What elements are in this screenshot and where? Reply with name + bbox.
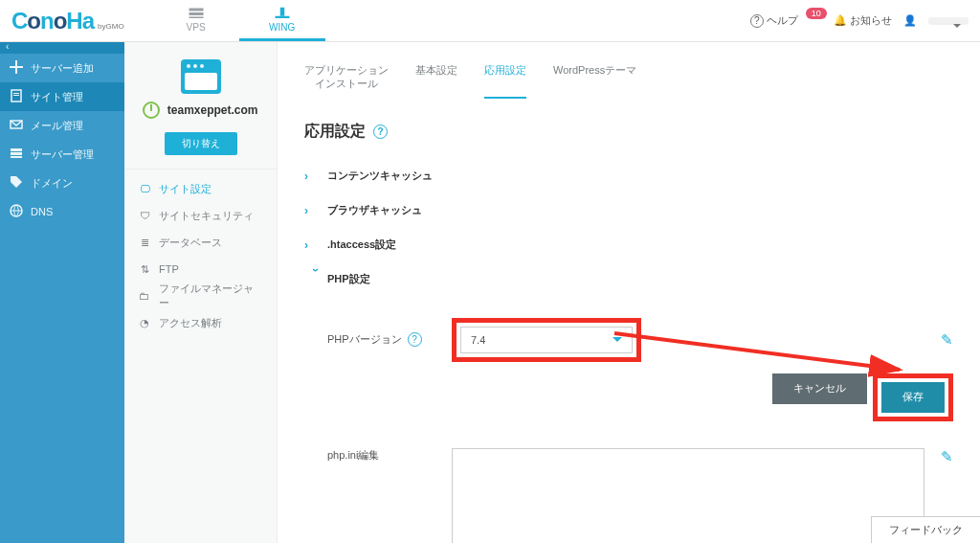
leftnav-item-domain[interactable]: ドメイン <box>0 169 124 197</box>
monitor-icon: 🖵 <box>138 183 151 194</box>
php-version-label: PHPバージョン ? <box>327 332 452 347</box>
leftnav-label: ドメイン <box>31 176 73 191</box>
help-icon[interactable]: ? <box>408 332 422 347</box>
leftnav-label: サーバー追加 <box>31 61 94 76</box>
svg-rect-0 <box>189 8 203 11</box>
tab-label: WING <box>269 22 295 33</box>
chevron-right-icon: › <box>304 204 327 217</box>
main-tabs: アプリケーション インストール 基本設定 応用設定 WordPressテーマ <box>304 63 953 99</box>
pencil-icon[interactable]: ✎ <box>941 448 953 465</box>
svg-rect-11 <box>11 148 22 151</box>
php-ini-label: php.ini編集 <box>327 448 452 463</box>
svg-rect-8 <box>13 93 19 94</box>
notice-link[interactable]: 10 🔔 お知らせ <box>810 13 892 28</box>
submenu-analytics[interactable]: ◔アクセス解析 <box>124 309 277 336</box>
tag-icon <box>10 175 23 191</box>
header: ConoHa byGMO VPS WING ? ヘルプ 10 🔔 お知らせ 👤 <box>0 0 980 42</box>
php-version-row: PHPバージョン ? 7.4 ✎ <box>327 318 953 362</box>
submenu-ftp[interactable]: ⇅FTP <box>124 256 277 283</box>
tab-label: VPS <box>187 22 206 33</box>
highlight-annotation: 保存 <box>873 373 953 421</box>
question-icon: ? <box>750 14 764 28</box>
logo: ConoHa <box>11 8 94 34</box>
header-tab-vps[interactable]: VPS <box>153 0 239 41</box>
leftnav-label: サーバー管理 <box>31 147 94 162</box>
submenu-site-settings[interactable]: 🖵サイト設定 <box>124 175 277 202</box>
power-icon <box>143 102 160 119</box>
chevron-down-icon: › <box>309 268 323 291</box>
leftnav-item-mail[interactable]: メール管理 <box>0 111 124 140</box>
leftnav-item-server[interactable]: サーバー管理 <box>0 140 124 169</box>
pie-icon: ◔ <box>138 317 151 329</box>
svg-rect-13 <box>11 156 22 158</box>
bell-icon: 🔔 <box>834 14 847 26</box>
leftnav-item-dns[interactable]: DNS <box>0 197 124 226</box>
leftnav-label: メール管理 <box>31 119 83 133</box>
chevron-right-icon: › <box>304 238 327 252</box>
server-icon <box>10 147 23 162</box>
tab-app-install[interactable]: アプリケーション インストール <box>304 63 389 99</box>
host-icon <box>274 7 291 20</box>
svg-rect-9 <box>13 95 19 96</box>
help-icon[interactable]: ? <box>373 124 388 139</box>
switch-button[interactable]: 切り替え <box>165 132 237 155</box>
logo-sub: byGMO <box>98 22 124 31</box>
site-name: teamxeppet.com <box>167 103 258 117</box>
button-row: キャンセル 保存 <box>327 373 953 421</box>
svg-rect-6 <box>10 66 23 68</box>
site-box: teamxeppet.com 切り替え <box>124 42 277 170</box>
svg-rect-3 <box>279 7 284 15</box>
leftnav-label: サイト管理 <box>31 90 83 104</box>
submenu-filemanager[interactable]: 🗀ファイルマネージャー <box>124 283 277 309</box>
leftnav-collapse[interactable]: ‹ <box>0 42 124 54</box>
help-link[interactable]: ? ヘルプ <box>750 13 798 28</box>
submenu-security[interactable]: 🛡サイトセキュリティ <box>124 202 277 229</box>
leftnav-item-site[interactable]: サイト管理 <box>0 82 124 111</box>
svg-rect-1 <box>189 12 203 15</box>
header-right: ? ヘルプ 10 🔔 お知らせ 👤 <box>750 13 969 28</box>
pencil-icon[interactable]: ✎ <box>941 331 953 349</box>
svg-rect-12 <box>11 152 22 155</box>
submenu-database[interactable]: ≣データベース <box>124 229 277 256</box>
php-settings-body: PHPバージョン ? 7.4 ✎ キャンセル 保存 php.ini編集 ✎ <box>304 297 953 543</box>
php-ini-row: php.ini編集 ✎ <box>327 448 953 543</box>
site-icon <box>181 59 221 94</box>
highlight-annotation: 7.4 <box>452 318 641 362</box>
database-icon: ≣ <box>138 237 151 249</box>
accordion-browser-cache[interactable]: ›ブラウザキャッシュ <box>304 193 953 228</box>
globe-icon <box>10 204 23 219</box>
leftnav-item-add[interactable]: サーバー追加 <box>0 54 124 82</box>
main: アプリケーション インストール 基本設定 応用設定 WordPressテーマ 応… <box>278 42 980 543</box>
leftnav: ‹ サーバー追加 サイト管理 メール管理 サーバー管理 ドメイン DNS <box>0 42 124 543</box>
header-tab-wing[interactable]: WING <box>239 0 325 41</box>
tab-advanced[interactable]: 応用設定 <box>484 63 526 99</box>
svg-rect-4 <box>275 15 289 17</box>
folder-icon: 🗀 <box>138 290 151 302</box>
save-button[interactable]: 保存 <box>881 382 945 413</box>
submenu: 🖵サイト設定 🛡サイトセキュリティ ≣データベース ⇅FTP 🗀ファイルマネージ… <box>124 170 277 342</box>
tab-basic[interactable]: 基本設定 <box>415 63 457 99</box>
mail-icon <box>10 118 23 133</box>
feedback-button[interactable]: フィードバック <box>871 516 980 543</box>
cancel-button[interactable]: キャンセル <box>772 373 867 404</box>
accordion-content-cache[interactable]: ›コンテンツキャッシュ <box>304 159 953 193</box>
ftp-icon: ⇅ <box>138 263 151 276</box>
accordion-php[interactable]: ›PHP設定 <box>304 262 953 297</box>
plus-icon <box>10 60 23 76</box>
tab-wptheme[interactable]: WordPressテーマ <box>553 63 636 99</box>
header-tabs: VPS WING <box>153 0 325 41</box>
user-icon: 👤 <box>903 14 917 27</box>
chevron-right-icon: › <box>304 170 327 183</box>
subpanel: teamxeppet.com 切り替え 🖵サイト設定 🛡サイトセキュリティ ≣デ… <box>124 42 278 543</box>
section-title: 応用設定 ? <box>304 122 953 142</box>
doc-icon <box>10 89 23 104</box>
shield-icon: 🛡 <box>138 210 151 221</box>
leftnav-label: DNS <box>31 206 53 217</box>
svg-rect-2 <box>189 16 203 18</box>
php-version-select[interactable]: 7.4 <box>460 327 633 353</box>
accordion-htaccess[interactable]: ›.htaccess設定 <box>304 228 953 262</box>
user-menu[interactable] <box>928 17 969 25</box>
php-ini-textarea[interactable] <box>452 448 924 543</box>
notice-badge: 10 <box>806 8 827 19</box>
server-icon <box>188 7 205 20</box>
